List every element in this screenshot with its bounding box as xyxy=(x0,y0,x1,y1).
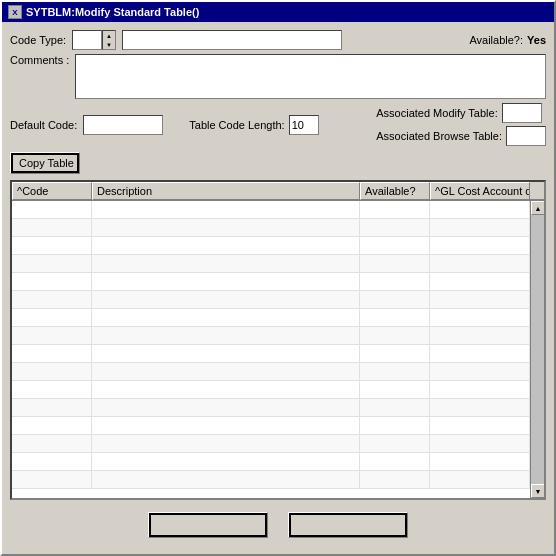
grid-cell xyxy=(360,453,430,470)
grid-cell xyxy=(12,255,92,272)
data-grid: ^Code Description Available? ^GL Cost Ac… xyxy=(10,180,546,500)
grid-cell xyxy=(12,273,92,290)
spinner-up[interactable]: ▲ xyxy=(103,31,115,40)
grid-cell xyxy=(12,237,92,254)
table-code-length-input[interactable] xyxy=(289,115,319,135)
spinner-controls[interactable]: ▲ ▼ xyxy=(102,30,116,50)
assoc-modify-label: Associated Modify Table: xyxy=(376,107,497,119)
copy-table-row: Copy Table xyxy=(10,150,546,174)
col-header-description: Description xyxy=(92,182,360,200)
available-group: Available?: Yes xyxy=(469,34,546,46)
assoc-browse-label: Associated Browse Table: xyxy=(376,130,502,142)
table-row xyxy=(12,345,530,363)
grid-cell xyxy=(12,417,92,434)
assoc-browse-input[interactable] xyxy=(506,126,546,146)
grid-cell xyxy=(92,309,360,326)
grid-cell xyxy=(12,345,92,362)
assoc-modify-input[interactable] xyxy=(502,103,542,123)
bottom-buttons xyxy=(10,504,546,546)
main-window: X SYTBLM:Modify Standard Table() Code Ty… xyxy=(0,0,556,556)
code-type-spinner[interactable]: ▲ ▼ xyxy=(72,30,116,50)
scroll-up-icon: ▲ xyxy=(535,205,542,212)
grid-cell xyxy=(360,255,430,272)
grid-cell xyxy=(92,291,360,308)
table-code-length-group: Table Code Length: xyxy=(189,115,318,135)
grid-rows[interactable] xyxy=(12,201,530,498)
assoc-browse-row: Associated Browse Table: xyxy=(376,126,546,146)
grid-cell xyxy=(92,471,360,488)
grid-cell xyxy=(360,435,430,452)
scroll-up-button[interactable]: ▲ xyxy=(531,201,544,215)
grid-cell xyxy=(12,453,92,470)
table-row xyxy=(12,327,530,345)
spinner-down[interactable]: ▼ xyxy=(103,40,115,49)
scroll-down-icon: ▼ xyxy=(535,488,542,495)
grid-cell xyxy=(430,219,530,236)
grid-cell xyxy=(92,219,360,236)
grid-cell xyxy=(430,237,530,254)
table-row xyxy=(12,273,530,291)
associated-group: Associated Modify Table: Associated Brow… xyxy=(376,103,546,146)
table-row xyxy=(12,201,530,219)
grid-cell xyxy=(12,327,92,344)
table-row xyxy=(12,291,530,309)
grid-cell xyxy=(360,273,430,290)
grid-cell xyxy=(430,363,530,380)
grid-cell xyxy=(92,453,360,470)
grid-cell xyxy=(92,363,360,380)
grid-cell xyxy=(92,345,360,362)
grid-cell xyxy=(12,219,92,236)
cancel-button[interactable] xyxy=(288,512,408,538)
grid-cell xyxy=(430,201,530,218)
table-row xyxy=(12,453,530,471)
table-row xyxy=(12,381,530,399)
grid-cell xyxy=(430,417,530,434)
grid-cell xyxy=(92,237,360,254)
vertical-scrollbar[interactable]: ▲ ▼ xyxy=(530,201,544,498)
copy-table-button[interactable]: Copy Table xyxy=(10,152,80,174)
col-header-gl: ^GL Cost Account or Analysis Code xyxy=(430,182,530,200)
grid-header: ^Code Description Available? ^GL Cost Ac… xyxy=(12,182,544,201)
grid-cell xyxy=(360,327,430,344)
table-code-length-label: Table Code Length: xyxy=(189,119,284,131)
default-code-input[interactable] xyxy=(83,115,163,135)
col-header-code: ^Code xyxy=(12,182,92,200)
code-type-row: Code Type: ▲ ▼ Available?: Yes xyxy=(10,30,546,50)
grid-cell xyxy=(12,309,92,326)
grid-cell xyxy=(430,435,530,452)
code-type-name-input[interactable] xyxy=(122,30,342,50)
assoc-modify-row: Associated Modify Table: xyxy=(376,103,546,123)
grid-cell xyxy=(360,291,430,308)
scroll-down-button[interactable]: ▼ xyxy=(531,484,544,498)
grid-cell xyxy=(12,291,92,308)
table-row xyxy=(12,471,530,489)
grid-cell xyxy=(360,237,430,254)
comments-label: Comments : xyxy=(10,54,69,66)
header-scrollbar-spacer xyxy=(530,182,544,200)
grid-cell xyxy=(360,201,430,218)
default-row: Default Code: Table Code Length: Associa… xyxy=(10,103,546,146)
grid-cell xyxy=(92,255,360,272)
table-row xyxy=(12,219,530,237)
comments-textarea[interactable] xyxy=(75,54,546,99)
scroll-track[interactable] xyxy=(531,215,544,484)
table-row xyxy=(12,309,530,327)
table-row xyxy=(12,237,530,255)
window-title: SYTBLM:Modify Standard Table() xyxy=(26,6,199,18)
code-type-input[interactable] xyxy=(72,30,102,50)
grid-cell xyxy=(360,399,430,416)
grid-cell xyxy=(92,327,360,344)
grid-cell xyxy=(12,399,92,416)
grid-cell xyxy=(360,381,430,398)
table-row xyxy=(12,417,530,435)
grid-cell xyxy=(430,471,530,488)
grid-cell xyxy=(360,309,430,326)
table-row xyxy=(12,255,530,273)
grid-cell xyxy=(12,363,92,380)
grid-cell xyxy=(360,471,430,488)
comments-row: Comments : xyxy=(10,54,546,99)
grid-cell xyxy=(92,435,360,452)
ok-button[interactable] xyxy=(148,512,268,538)
grid-cell xyxy=(430,381,530,398)
grid-cell xyxy=(360,219,430,236)
